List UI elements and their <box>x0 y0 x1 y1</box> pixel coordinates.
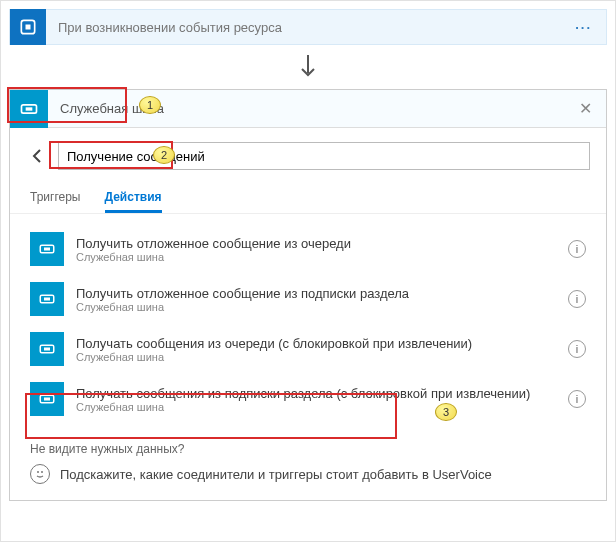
action-title: Получать сообщения из очереди (с блокиро… <box>76 336 560 351</box>
step-title: Служебная шина <box>48 101 565 116</box>
service-bus-icon <box>30 232 64 266</box>
svg-rect-6 <box>44 248 50 251</box>
svg-rect-10 <box>44 348 50 351</box>
service-bus-icon <box>30 332 64 366</box>
info-icon[interactable]: i <box>568 340 586 358</box>
svg-point-13 <box>37 471 39 473</box>
action-title: Получить отложенное сообщение из подписк… <box>76 286 560 301</box>
action-item[interactable]: Получать сообщения из очереди (с блокиро… <box>26 324 590 374</box>
footer-question: Не видите нужных данных? <box>30 442 586 456</box>
search-row <box>10 128 606 180</box>
svg-rect-8 <box>44 298 50 301</box>
action-text: Получить отложенное сообщение из подписк… <box>64 286 560 313</box>
action-title: Получать сообщения из подписки раздела (… <box>76 386 560 401</box>
action-subtitle: Служебная шина <box>76 401 560 413</box>
search-input[interactable] <box>58 142 590 170</box>
close-button[interactable]: ✕ <box>565 99 606 118</box>
service-bus-icon <box>30 382 64 416</box>
uservoice-link[interactable]: Подскажите, какие соединители и триггеры… <box>30 464 586 484</box>
svg-point-14 <box>41 471 43 473</box>
trigger-title: При возникновении события ресурса <box>46 20 561 35</box>
back-button[interactable] <box>26 144 50 168</box>
info-icon[interactable]: i <box>568 290 586 308</box>
action-title: Получить отложенное сообщение из очереди <box>76 236 560 251</box>
trigger-card[interactable]: При возникновении события ресурса ··· <box>9 9 607 45</box>
more-button[interactable]: ··· <box>561 20 606 35</box>
svg-rect-4 <box>26 107 33 110</box>
svg-rect-1 <box>26 25 31 30</box>
action-item[interactable]: Получить отложенное сообщение из очереди… <box>26 224 590 274</box>
resource-event-icon <box>10 9 46 45</box>
info-icon[interactable]: i <box>568 390 586 408</box>
tab-triggers[interactable]: Триггеры <box>30 184 81 213</box>
step-card: Служебная шина ✕ Триггеры Действия Получ… <box>9 89 607 501</box>
footer-suggestion: Подскажите, какие соединители и триггеры… <box>60 467 492 482</box>
info-icon[interactable]: i <box>568 240 586 258</box>
action-subtitle: Служебная шина <box>76 301 560 313</box>
action-subtitle: Служебная шина <box>76 251 560 263</box>
action-subtitle: Служебная шина <box>76 351 560 363</box>
step-header: Служебная шина ✕ <box>10 90 606 128</box>
tabs: Триггеры Действия <box>10 180 606 214</box>
flow-arrow <box>9 45 607 89</box>
svg-rect-12 <box>44 398 50 401</box>
smiley-icon <box>30 464 50 484</box>
service-bus-icon <box>30 282 64 316</box>
action-text: Получать сообщения из подписки раздела (… <box>64 386 560 413</box>
action-text: Получать сообщения из очереди (с блокиро… <box>64 336 560 363</box>
action-item[interactable]: Получить отложенное сообщение из подписк… <box>26 274 590 324</box>
action-item[interactable]: Получать сообщения из подписки раздела (… <box>26 374 590 424</box>
action-text: Получить отложенное сообщение из очереди… <box>64 236 560 263</box>
tab-actions[interactable]: Действия <box>105 184 162 213</box>
footer: Не видите нужных данных? Подскажите, как… <box>10 428 606 500</box>
actions-list: Получить отложенное сообщение из очереди… <box>10 214 606 428</box>
service-bus-icon <box>10 90 48 128</box>
